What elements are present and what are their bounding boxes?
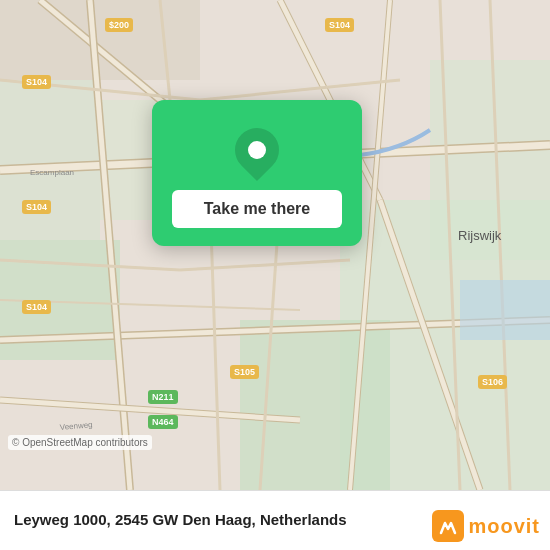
moovit-icon <box>432 510 464 542</box>
moovit-logo: moovit <box>432 510 540 542</box>
take-me-there-button[interactable]: Take me there <box>172 190 342 228</box>
map-pin <box>233 122 281 178</box>
road-label-s106: S106 <box>478 375 507 389</box>
road-label-s104-1: S104 <box>22 75 51 89</box>
svg-rect-5 <box>0 0 200 80</box>
road-label-s104-top: S104 <box>325 18 354 32</box>
moovit-text: moovit <box>468 515 540 538</box>
location-card: Take me there <box>152 100 362 246</box>
road-label-s104-2: S104 <box>22 200 51 214</box>
svg-text:Escamplaan: Escamplaan <box>30 168 74 177</box>
bottom-bar: Leyweg 1000, 2545 GW Den Haag, Netherlan… <box>0 490 550 550</box>
map-attribution: © OpenStreetMap contributors <box>8 435 152 450</box>
svg-rect-6 <box>0 80 100 240</box>
pin-inner <box>248 141 266 159</box>
road-label-n211: N211 <box>148 390 178 404</box>
svg-text:Rijswijk: Rijswijk <box>458 228 502 243</box>
road-label-s200: $200 <box>105 18 133 32</box>
road-label-n464: N464 <box>148 415 178 429</box>
map-container: Laakkanaal Rijswijk Veenweg Escamplaan $… <box>0 0 550 490</box>
road-label-s104-3: S104 <box>22 300 51 314</box>
road-label-s105: S105 <box>230 365 259 379</box>
svg-rect-35 <box>460 280 550 340</box>
pin-outer <box>226 119 288 181</box>
